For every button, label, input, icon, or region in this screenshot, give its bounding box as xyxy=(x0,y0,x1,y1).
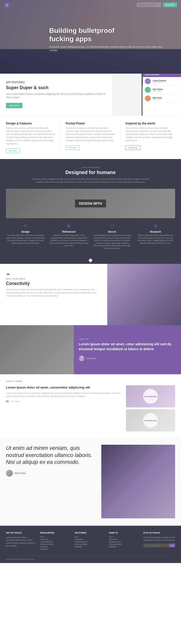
footer-stay-in-touch-desc: We don't spam people, seriously, who are… xyxy=(143,536,175,542)
phone-avatar-2 xyxy=(145,87,151,93)
feature-divider-1 xyxy=(61,122,61,153)
refinement-icon: ◈ xyxy=(49,223,89,228)
footer-link-h-5[interactable]: Education xyxy=(109,546,138,548)
footer-link-f-1[interactable]: Trust xyxy=(75,536,104,538)
design-item-title-3: Dive In xyxy=(92,230,132,233)
news-title: Lorem ipsum dolor sit amet, consectetur … xyxy=(6,385,122,390)
testimonial-content: Ut enim ad minim veniam, quis nostrud ex… xyxy=(6,445,96,476)
footer-copyright: www.theheritagechristiancolleqe.com xyxy=(6,558,34,560)
quote-section: collagee with Lorem ipsum dolor sit amet… xyxy=(0,325,181,374)
feature-title-3: Inspired by the world xyxy=(125,122,175,125)
phone-row-3: Mike Harris Adipiscing elit xyxy=(143,94,181,103)
footer-col-resources: Resources Trust Economics Young and More… xyxy=(40,532,70,551)
footer-col-stay-in-touch: Stay in touch We don't spam people, seri… xyxy=(143,532,175,551)
super-duper-see-more-button[interactable]: See More xyxy=(6,103,22,108)
super-duper-tag: App Features xyxy=(6,81,106,84)
footer-col-how-to: How To Trust Economics Young and More Po… xyxy=(109,532,138,551)
footer-link-r-5[interactable]: Education xyxy=(40,546,70,548)
footer-search-button[interactable]: Go xyxy=(169,544,175,547)
footer-features-title: Features xyxy=(75,532,104,534)
footer-link-r-4[interactable]: Policy and Plans xyxy=(40,544,70,545)
thumbnail-label-1: Your Story here xyxy=(143,389,158,404)
feature-title-2: Pocket Power xyxy=(66,122,115,125)
latest-news-image xyxy=(101,445,175,518)
hero-section: Building bulletprooffucking apps Kicksta… xyxy=(0,0,181,74)
footer-link-f-4[interactable]: Policy and Plans xyxy=(75,544,104,545)
connectivity-title: Conectivity xyxy=(6,281,101,286)
design-item-title-1: Design xyxy=(6,230,45,233)
phone-screen: BASIC SETTINGS Lukasz Poblocki Ullamco l… xyxy=(143,74,181,116)
phone-row-1: Lukasz Poblocki Ullamco laboris nisi xyxy=(143,77,181,86)
footer-link-r-1[interactable]: Trust xyxy=(40,536,70,538)
footer-link-h-2[interactable]: Economics xyxy=(109,538,138,540)
quote-image-bg xyxy=(0,325,74,374)
news-meta: 92 comments xyxy=(6,400,122,403)
footer-link-f-5[interactable]: Education xyxy=(75,546,104,548)
news-counter: 92 xyxy=(6,400,9,403)
footer-link-r-3[interactable]: Young and More xyxy=(40,541,70,543)
news-section: Latest News Lorem ipsum dolor sit amet, … xyxy=(0,374,181,437)
designed-image-text: DESIGN WITH xyxy=(6,189,175,218)
quote-text: Lorem ipsum dolor sit amet, cotur adinis… xyxy=(79,342,176,352)
quote-right: collagee with Lorem ipsum dolor sit amet… xyxy=(74,325,181,374)
feature-col-3: Inspired by the world Flannel ennui narw… xyxy=(123,122,177,153)
feature-btn-1[interactable]: See More xyxy=(6,148,20,153)
news-main: Lorem ipsum dolor sit amet, consectetur … xyxy=(6,385,175,432)
phone-user-1: Lukasz Poblocki Ullamco laboris nisi xyxy=(153,80,166,83)
testimonial-right-image xyxy=(101,445,175,518)
footer-search-form: Go xyxy=(143,544,175,547)
feature-btn-3[interactable]: Consult Us xyxy=(125,145,140,150)
footer-link-f-2[interactable]: Economics xyxy=(75,538,104,540)
footer-link-r-2[interactable]: Economics xyxy=(40,538,70,540)
footer-link-f-3[interactable]: Young and More xyxy=(75,541,104,543)
footer-col-get-in-touch: Get in touch Lorem ipsum dolor sit amet,… xyxy=(6,532,35,551)
nav-buy-button[interactable]: Buy $21 xyxy=(163,2,177,7)
nav-logo[interactable] xyxy=(4,2,10,8)
phone-sub-2: Dolor sit amet xyxy=(153,90,163,92)
footer-link-h-4[interactable]: Policy and Plans xyxy=(109,544,138,545)
section-ornament xyxy=(0,257,181,264)
footer-stay-in-touch-title: Stay in touch xyxy=(143,532,175,534)
phone-header: BASIC SETTINGS xyxy=(143,74,181,77)
designed-item-1: ✏ Design Scenester PBR deep v, jean shor… xyxy=(6,223,45,250)
news-label: Latest News xyxy=(6,380,175,382)
design-with-label: DESIGN WITH xyxy=(75,200,106,208)
super-duper-section: App Features Super Duper & such Lorem ip… xyxy=(0,74,181,116)
design-item-title-4: Research xyxy=(136,230,175,233)
footer-link-r-6[interactable]: Animation xyxy=(40,548,70,550)
footer-email-input[interactable] xyxy=(143,544,169,547)
features-section: Design & Features Flannel ennui narwhal,… xyxy=(0,116,181,159)
footer-resources-title: Resources xyxy=(40,532,70,534)
feature-col-2: Pocket Power Flannel ennui narwhal, craf… xyxy=(64,122,117,153)
phone-name-2: Ryan Palmer xyxy=(153,88,163,90)
research-icon: ⊕ xyxy=(136,223,175,228)
footer-get-in-touch-title: Get in touch xyxy=(6,532,35,534)
design-item-desc-3: Chia intelligentsia church-key gluten-fr… xyxy=(92,234,132,250)
hero-title: Building bulletprooffucking apps xyxy=(49,26,169,43)
nav-search-input[interactable] xyxy=(136,2,161,7)
designed-item-2: ◈ Refinement Humbeh 8-bit toaster freega… xyxy=(49,223,89,250)
dive-in-icon: ⬡ xyxy=(92,223,132,228)
feature-desc-3: Flannel ennui narwhal, craft beer twee V… xyxy=(125,127,175,142)
footer-bottom: www.theheritagechristiancolleqe.com xyxy=(6,556,175,560)
phone-header-text: BASIC SETTINGS xyxy=(145,74,181,76)
footer-top: Get in touch Lorem ipsum dolor sit amet,… xyxy=(6,532,175,551)
phone-user-3: Mike Harris Adipiscing elit xyxy=(153,97,162,100)
design-icon: ✏ xyxy=(6,223,45,228)
feature-divider-2 xyxy=(120,122,120,153)
design-item-desc-2: Humbeh 8-bit toaster freegan gum. Synth … xyxy=(49,234,89,247)
footer-how-to-title: How To xyxy=(109,532,138,534)
design-item-desc-4: Narwho health goth artisan, leach litera… xyxy=(136,234,175,244)
footer-link-h-1[interactable]: Trust xyxy=(109,536,138,538)
phone-sub-1: Ullamco laboris nisi xyxy=(153,82,166,83)
footer-get-in-touch-desc: Lorem ipsum dolor sit amet, consectetur … xyxy=(6,536,35,547)
phone-sub-3: Adipiscing elit xyxy=(153,99,162,100)
feature-desc-1: Flannel ennui narwhal, craft beer twee V… xyxy=(6,127,56,146)
testimonial-text: Ut enim ad minim veniam, quis nostrud ex… xyxy=(6,445,96,466)
feature-btn-2[interactable]: Bob More xyxy=(66,145,80,150)
footer-link-h-3[interactable]: Young and More xyxy=(109,541,138,543)
testimonial-avatar xyxy=(6,470,13,476)
testimonial-section: Ut enim ad minim veniam, quis nostrud ex… xyxy=(0,437,181,526)
footer: Get in touch Lorem ipsum dolor sit amet,… xyxy=(0,526,181,563)
testimonial-name: Blair Robar xyxy=(15,472,26,474)
